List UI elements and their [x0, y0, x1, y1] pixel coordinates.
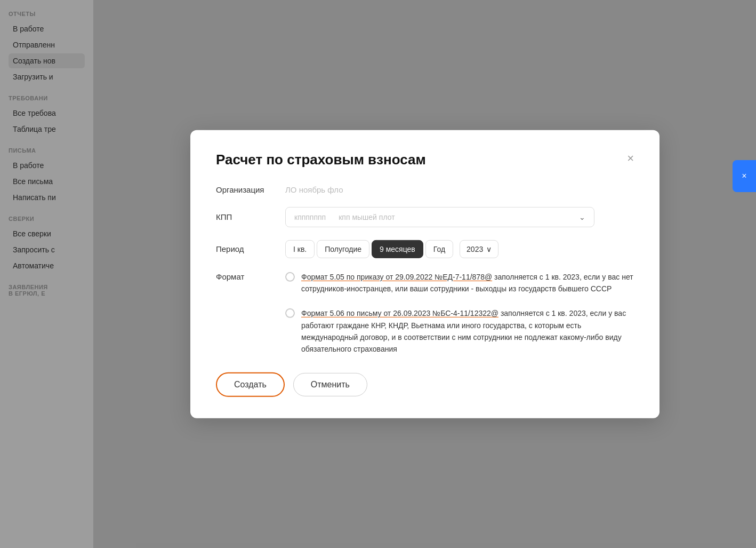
format-link-2[interactable]: Формат 5.06 по письму от 26.09.2023 №БС-…: [301, 309, 498, 317]
close-button[interactable]: ×: [627, 152, 634, 164]
kpp-label: КПП: [216, 212, 285, 221]
blue-edge-close-icon: ×: [742, 171, 746, 181]
format-row: Формат Формат 5.05 по приказу от 29.09.2…: [216, 271, 634, 355]
kpp-row: КПП кппппппп кпп мышей плот ⌄: [216, 207, 634, 227]
format-label: Формат: [216, 271, 285, 281]
period-label: Период: [216, 244, 285, 253]
radio-btn-2[interactable]: [285, 308, 295, 318]
kpp-dropdown[interactable]: кппппппп кпп мышей плот ⌄: [285, 207, 594, 227]
dialog: Расчет по страховым взносам × Организаци…: [190, 130, 660, 418]
org-row: Организация ЛО ноябрь фло: [216, 185, 634, 194]
kpp-value2: кпп мышей плот: [339, 212, 395, 221]
chevron-down-icon: ⌄: [579, 212, 585, 221]
year-dropdown[interactable]: 2023 ∨: [460, 240, 498, 258]
period-row: Период I кв. Полугодие 9 месяцев Год 202…: [216, 240, 634, 258]
period-btn-9months[interactable]: 9 месяцев: [372, 240, 423, 258]
create-button[interactable]: Создать: [216, 372, 285, 397]
radio-btn-1[interactable]: [285, 272, 295, 281]
format-option-2: Формат 5.06 по письму от 26.09.2023 №БС-…: [285, 307, 634, 355]
dialog-header: Расчет по страховым взносам ×: [216, 151, 634, 168]
period-btn-year[interactable]: Год: [425, 240, 453, 258]
year-value: 2023: [467, 244, 483, 253]
format-options: Формат 5.05 по приказу от 29.09.2022 №ЕД…: [285, 271, 634, 355]
year-chevron-icon: ∨: [486, 244, 492, 253]
kpp-select-text: кппппппп кпп мышей плот: [294, 212, 395, 221]
cancel-button[interactable]: Отменить: [293, 373, 367, 396]
org-value: ЛО ноябрь фло: [285, 185, 343, 194]
kpp-value1: кппппппп: [294, 212, 326, 221]
period-btn-q1[interactable]: I кв.: [285, 240, 315, 258]
period-btn-halfyear[interactable]: Полугодие: [317, 240, 369, 258]
period-selector: I кв. Полугодие 9 месяцев Год 2023 ∨: [285, 240, 498, 258]
blue-edge-button[interactable]: ×: [733, 160, 756, 192]
dialog-title: Расчет по страховым взносам: [216, 151, 426, 168]
format-option-1-text: Формат 5.05 по приказу от 29.09.2022 №ЕД…: [301, 271, 634, 295]
dialog-footer: Создать Отменить: [216, 372, 634, 397]
format-option-2-text: Формат 5.06 по письму от 26.09.2023 №БС-…: [301, 307, 634, 355]
format-option-1: Формат 5.05 по приказу от 29.09.2022 №ЕД…: [285, 271, 634, 295]
org-label: Организация: [216, 185, 285, 194]
format-link-1[interactable]: Формат 5.05 по приказу от 29.09.2022 №ЕД…: [301, 272, 492, 281]
